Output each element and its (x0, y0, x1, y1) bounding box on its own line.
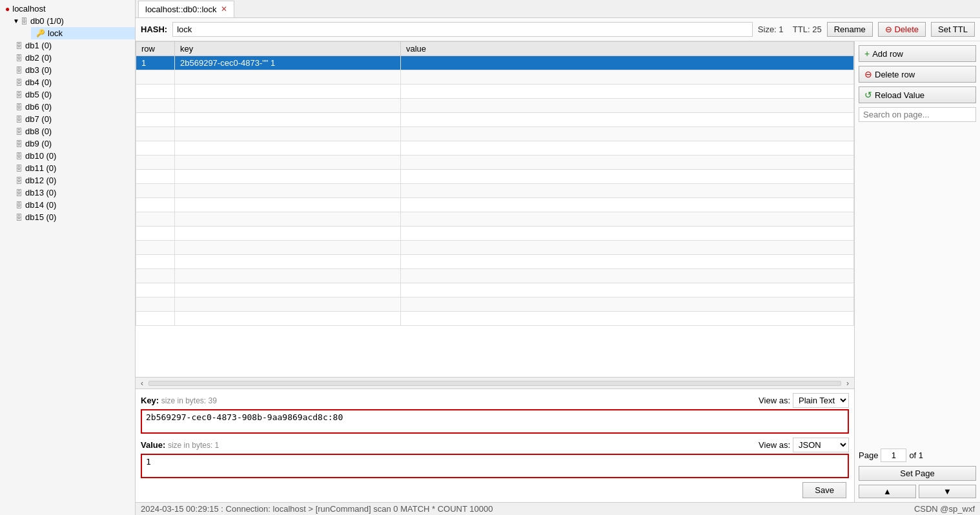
add-row-button[interactable]: + Add row (859, 45, 976, 62)
set-page-button[interactable]: Set Page (859, 466, 976, 481)
cell-value (401, 56, 854, 70)
reload-value-icon: ↺ (864, 90, 872, 100)
delete-button[interactable]: ⊖ Delete (878, 22, 926, 37)
other-databases: 🗄db1 (0)🗄db2 (0)🗄db3 (0)🗄db4 (0)🗄db5 (0)… (0, 39, 135, 223)
key-view-as-select[interactable]: Plain Text JSON Base64 Hex (793, 393, 849, 408)
empty-table-row[interactable] (136, 113, 854, 127)
empty-table-row[interactable] (136, 283, 854, 298)
db-node[interactable]: 🗄db11 (0) (0, 162, 135, 174)
of-label: of 1 (909, 450, 923, 460)
empty-table-row[interactable] (136, 99, 854, 113)
delete-row-button[interactable]: ⊖ Delete row (859, 66, 976, 83)
empty-table-row[interactable] (136, 241, 854, 255)
empty-table-row[interactable] (136, 85, 854, 99)
db-icon: 🗄 (15, 103, 23, 111)
right-panel: + Add row ⊖ Delete row ↺ Reload Value Pa… (854, 41, 980, 502)
value-header: Value: size in bytes: 1 View as: Plain T… (141, 438, 849, 452)
add-row-label: Add row (872, 49, 903, 59)
db-icon: 🗄 (15, 201, 23, 209)
db-icon: 🗄 (15, 116, 23, 123)
active-tab[interactable]: localhost::db0::lock ✕ (138, 1, 234, 17)
page-input[interactable] (881, 449, 906, 462)
cell-key: 2b569297-cec0-4873-"" 1 (175, 56, 401, 70)
tab-close-icon[interactable]: ✕ (221, 5, 227, 14)
rename-button[interactable]: Rename (827, 22, 873, 37)
scroll-track[interactable] (148, 381, 841, 386)
db-node[interactable]: 🗄db7 (0) (0, 113, 135, 125)
empty-table-row[interactable] (136, 255, 854, 269)
db-icon: 🗄 (15, 177, 23, 185)
hash-input[interactable] (172, 22, 753, 37)
db-node[interactable]: 🗄db14 (0) (0, 199, 135, 211)
collapse-arrow[interactable]: ▼ (13, 17, 19, 25)
db-node[interactable]: 🗄db12 (0) (0, 174, 135, 187)
server-icon: ● (5, 5, 10, 14)
key-view-as-label: View as: (759, 396, 790, 405)
page-nav: Page of 1 (859, 449, 976, 462)
db-node[interactable]: 🗄db15 (0) (0, 211, 135, 223)
col-row: row (136, 42, 175, 56)
col-value: value (401, 42, 854, 56)
db-node[interactable]: 🗄db10 (0) (0, 150, 135, 162)
key-section: Key: size in bytes: 39 View as: Plain Te… (141, 393, 849, 434)
table-body: 1 2b569297-cec0-4873-"" 1 (136, 56, 854, 326)
db-node[interactable]: 🗄db13 (0) (0, 187, 135, 199)
ttl-label: TTL: (793, 25, 810, 34)
value-label-row: Value: size in bytes: 1 (141, 440, 219, 450)
table-scroll: ‹ › (136, 377, 854, 389)
bottom-section: Key: size in bytes: 39 View as: Plain Te… (136, 389, 854, 502)
empty-table-row[interactable] (136, 70, 854, 85)
empty-table-row[interactable] (136, 227, 854, 241)
nav-up-button[interactable]: ▲ (859, 485, 916, 498)
lock-node[interactable]: 🔑 lock (31, 27, 135, 39)
settl-button[interactable]: Set TTL (931, 22, 975, 37)
scroll-left-icon[interactable]: ‹ (138, 379, 146, 388)
empty-table-row[interactable] (136, 156, 854, 170)
db-icon: 🗄 (15, 152, 23, 160)
nav-down-button[interactable]: ▼ (919, 485, 976, 498)
col-key: key (175, 42, 401, 56)
db0-children: 🔑 lock (10, 27, 135, 39)
add-row-icon: + (864, 48, 870, 59)
reload-value-label: Reload Value (875, 90, 924, 100)
key-textarea[interactable]: 2b569297-cec0-4873-908b-9aa9869acd8c:80 (141, 409, 849, 434)
db-icon: 🗄 (15, 66, 23, 74)
hash-label: HASH: (141, 25, 167, 34)
db-node[interactable]: 🗄db4 (0) (0, 76, 135, 88)
empty-table-row[interactable] (136, 184, 854, 198)
db-node[interactable]: 🗄db9 (0) (0, 137, 135, 150)
empty-table-row[interactable] (136, 127, 854, 141)
ttl-value: 25 (812, 25, 821, 34)
value-view-as-select[interactable]: Plain Text JSON Base64 Hex (793, 438, 849, 452)
scroll-right-icon[interactable]: › (844, 379, 852, 388)
server-node[interactable]: ● localhost (0, 3, 135, 15)
lock-label: lock (48, 28, 63, 38)
value-bold-label: Value: (141, 440, 168, 450)
search-on-page-input[interactable] (859, 107, 976, 122)
empty-table-row[interactable] (136, 269, 854, 283)
empty-table-row[interactable] (136, 212, 854, 227)
empty-table-row[interactable] (136, 198, 854, 212)
db-node[interactable]: 🗄db6 (0) (0, 101, 135, 113)
db0-node[interactable]: ▼ 🗄 db0 (1/0) (10, 15, 135, 27)
db-node[interactable]: 🗄db5 (0) (0, 88, 135, 101)
reload-value-button[interactable]: ↺ Reload Value (859, 86, 976, 103)
save-button[interactable]: Save (802, 482, 846, 498)
status-text: 2024-03-15 00:29:15 : Connection: localh… (141, 504, 493, 514)
empty-table-row[interactable] (136, 170, 854, 184)
content-area: row key value 1 2b569297-cec0-4873-"" 1 (136, 41, 980, 502)
db-node[interactable]: 🗄db3 (0) (0, 64, 135, 76)
main-content: localhost::db0::lock ✕ HASH: Size: 1 TTL… (136, 0, 980, 515)
db-node[interactable]: 🗄db2 (0) (0, 52, 135, 64)
delete-icon: ⊖ (885, 25, 895, 34)
table-row[interactable]: 1 2b569297-cec0-4873-"" 1 (136, 56, 854, 70)
size-display: Size: 1 TTL: 25 (758, 25, 822, 34)
empty-table-row[interactable] (136, 312, 854, 326)
table-area: row key value 1 2b569297-cec0-4873-"" 1 (136, 41, 854, 502)
db-node[interactable]: 🗄db8 (0) (0, 125, 135, 137)
db-icon: 🗄 (15, 91, 23, 99)
value-textarea[interactable]: 1 (141, 454, 849, 478)
db-node[interactable]: 🗄db1 (0) (0, 39, 135, 52)
empty-table-row[interactable] (136, 141, 854, 156)
empty-table-row[interactable] (136, 298, 854, 312)
